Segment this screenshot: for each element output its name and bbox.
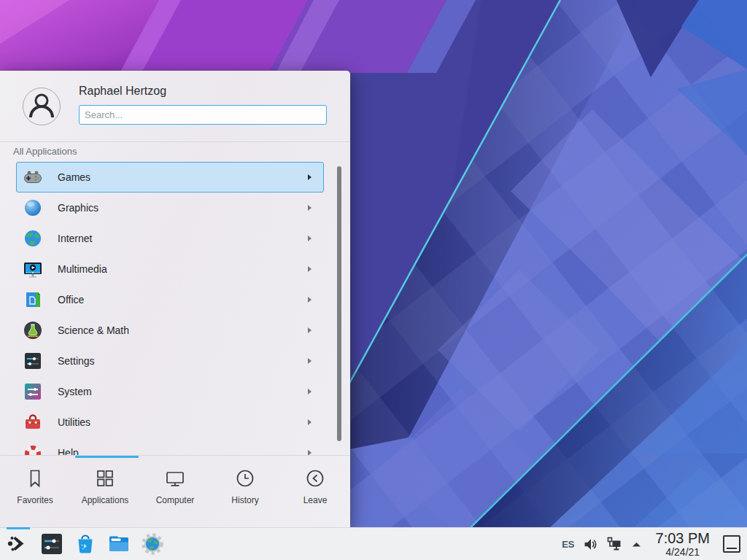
discover-icon [73,532,98,556]
clock-time: 7:03 PM [656,531,710,545]
kickoff-launcher-icon [6,532,31,556]
globe-gear-icon [140,532,165,556]
submenu-arrow-icon [308,266,311,272]
tab-label: Computer [156,495,195,505]
toolbox-icon [23,413,42,432]
clock-date: 4/24/21 [665,547,700,557]
footer-separator [0,455,350,456]
clock-icon [234,467,256,489]
leave-circle-icon [304,467,326,489]
submenu-arrow-icon [308,174,311,180]
show-desktop-button[interactable] [723,535,740,553]
header-separator [0,141,350,142]
user-name: Raphael Hertzog [79,85,166,98]
lifebuoy-icon [23,443,42,456]
category-settings[interactable]: Settings [16,346,324,376]
category-multimedia[interactable]: Multimedia [16,254,324,284]
expand-tray-caret-icon[interactable] [630,538,643,551]
category-internet[interactable]: Internet [16,223,324,254]
documents-icon [23,290,42,309]
launcher-footer: Favorites Applications [0,455,350,527]
volume-icon[interactable] [583,537,598,552]
category-label: Games [58,171,90,183]
user-avatar[interactable] [23,88,61,125]
sliders-icon [23,351,42,370]
dolphin-folder-icon [107,532,131,556]
monitor-icon [164,467,186,489]
category-list: Games Graphics [0,162,350,456]
category-graphics[interactable]: Graphics [16,192,324,223]
submenu-arrow-icon [308,297,311,303]
category-label: Internet [58,233,92,244]
application-launcher-popup: Raphael Hertzog All Applications Games [0,71,350,527]
system-sliders-icon [23,382,42,401]
category-system[interactable]: System [16,376,324,407]
desktop: Raphael Hertzog All Applications Games [0,0,747,560]
globe-icon [23,229,42,248]
konqueror-button[interactable] [140,532,165,556]
grid-icon [94,467,116,489]
category-label: System [58,386,92,397]
tab-label: History [231,495,258,505]
keyboard-layout-indicator[interactable]: ES [562,539,574,550]
submenu-arrow-icon [308,236,311,241]
flask-icon [23,321,42,340]
tab-computer[interactable]: Computer [140,467,210,527]
submenu-arrow-icon [308,419,311,425]
monitor-play-icon [23,260,42,279]
category-label: Multimedia [58,263,107,275]
section-label: All Applications [13,146,77,157]
bookmark-icon [24,467,46,489]
tab-applications[interactable]: Applications [70,467,140,527]
gamepad-icon [23,168,42,187]
user-icon [23,88,60,125]
category-label: Science & Math [58,324,129,336]
active-tab-indicator [75,456,139,458]
category-games[interactable]: Games [16,162,324,192]
digital-clock[interactable]: 7:03 PM 4/24/21 [656,531,710,557]
submenu-arrow-icon [308,389,311,394]
tab-label: Applications [82,495,129,505]
category-label: Office [58,294,84,306]
submenu-arrow-icon [308,358,311,364]
tab-favorites[interactable]: Favorites [0,467,70,527]
submenu-arrow-icon [308,205,311,211]
tab-leave[interactable]: Leave [280,467,350,527]
active-task-indicator [7,527,30,529]
category-label: Graphics [58,202,98,214]
discover-button[interactable] [73,532,98,556]
list-scrollbar[interactable] [337,166,341,441]
kickoff-launcher-button[interactable] [6,532,31,556]
category-utilities[interactable]: Utilities [16,407,324,438]
category-science-math[interactable]: Science & Math [16,315,324,346]
tab-label: Leave [303,495,328,505]
category-help[interactable]: Help [16,438,324,456]
tab-label: Favorites [17,495,53,505]
system-settings-icon [39,532,64,556]
network-icon[interactable] [606,536,622,552]
taskbar-panel: ES 7:03 PM 4/24/21 [0,527,747,560]
system-settings-button[interactable] [39,532,64,556]
category-label: Utilities [58,416,90,428]
search-input[interactable] [79,105,327,125]
category-label: Settings [58,355,95,367]
category-office[interactable]: Office [16,284,324,315]
tab-history[interactable]: History [210,467,280,527]
dolphin-button[interactable] [107,532,131,556]
submenu-arrow-icon [308,327,311,333]
sphere-icon [23,198,42,217]
